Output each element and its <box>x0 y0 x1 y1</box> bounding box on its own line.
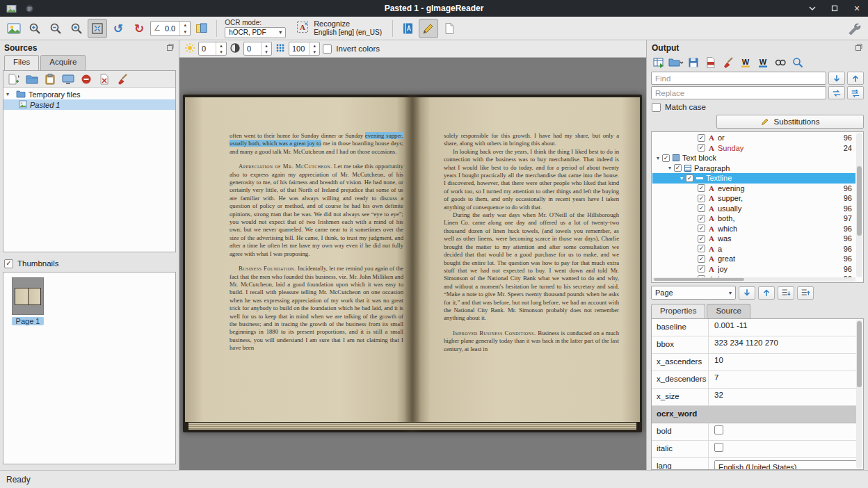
spin-down-button[interactable]: ▾ <box>216 49 226 55</box>
preview-toggle-button[interactable] <box>772 56 788 70</box>
output-tree-item[interactable]: ✓Agreat96 <box>652 254 855 264</box>
close-button[interactable]: × <box>851 3 862 14</box>
spin-up-button[interactable]: ▴ <box>310 42 319 49</box>
tree-item-checkbox[interactable]: ✓ <box>698 215 705 222</box>
ocr-mode-combo[interactable]: hOCR, PDF ▾ <box>225 27 286 38</box>
scrollbar-thumb[interactable] <box>654 278 744 281</box>
spin-up-button[interactable]: ▴ <box>216 42 226 49</box>
find-input[interactable] <box>651 72 826 85</box>
scrollbar-thumb[interactable] <box>857 166 862 236</box>
thumbnails-area[interactable]: Page 1 <box>3 272 176 464</box>
minimize-button[interactable] <box>807 3 818 14</box>
rotation-spinbox[interactable]: ∠ 0.0 ▴ ▾ <box>150 21 191 36</box>
output-tree-item[interactable]: ✓Aevening96 <box>652 184 855 194</box>
find-in-output-button[interactable] <box>789 56 805 70</box>
output-tree-item[interactable]: ✓Awhich96 <box>652 224 855 234</box>
window-menu-icon[interactable] <box>24 3 35 14</box>
spin-up-button[interactable]: ▴ <box>262 42 271 49</box>
output-tree-item[interactable]: ▾✓Textline <box>652 173 855 184</box>
scrollbar-thumb[interactable] <box>857 321 862 387</box>
detach-panel-icon[interactable] <box>855 43 863 54</box>
invert-colors-checkbox[interactable] <box>323 44 332 54</box>
output-tree-item[interactable]: ✓ASunday24 <box>652 143 855 154</box>
screenshot-button[interactable] <box>60 72 76 86</box>
tree-item-checkbox[interactable]: ✓ <box>698 204 705 212</box>
open-hocr-button[interactable] <box>668 56 684 70</box>
tree-item-checkbox[interactable]: ✓ <box>698 245 705 252</box>
spin-down-button[interactable]: ▾ <box>310 49 319 55</box>
tab-files[interactable]: Files <box>4 55 39 70</box>
page-combo[interactable]: Page ▾ <box>651 286 736 300</box>
output-tree-item[interactable]: ✓Aboth,97 <box>652 213 855 224</box>
tree-item-checkbox[interactable]: ✓ <box>698 144 705 152</box>
language-combo[interactable]: English (United States)▾ <box>714 460 856 469</box>
zoom-in-button[interactable] <box>25 19 45 38</box>
file-tree[interactable]: ▾ Temporary files Pasted 1 <box>3 88 175 252</box>
clear-output-button[interactable] <box>720 56 736 70</box>
rotate-right-button[interactable]: ↻ <box>129 19 149 38</box>
dictionary-button[interactable] <box>398 19 417 38</box>
new-page-button[interactable] <box>440 19 459 38</box>
recognize-button[interactable]: A Recognize English [eng] (en_US) <box>290 18 387 39</box>
replace-input[interactable] <box>651 86 826 99</box>
paste-image-button[interactable] <box>42 72 58 86</box>
tree-item-checkbox[interactable]: ✓ <box>698 235 705 243</box>
tree-item-checkbox[interactable]: ✓ <box>698 184 705 192</box>
substitutions-button[interactable]: Substitutions <box>716 115 864 129</box>
property-checkbox[interactable] <box>714 425 723 434</box>
thumbnail-caption[interactable]: Page 1 <box>12 317 44 325</box>
match-case-checkbox[interactable] <box>652 103 661 112</box>
output-tree-item[interactable]: ✓Aa96 <box>652 244 855 254</box>
expander-icon[interactable]: ▾ <box>6 91 13 97</box>
scanned-document-image[interactable]: often went to their home for Sunday dinn… <box>183 95 642 432</box>
output-tree-item[interactable]: ✓Ajoy96 <box>652 264 855 275</box>
tree-horizontal-scrollbar[interactable] <box>652 277 855 282</box>
remove-source-button[interactable] <box>78 72 94 86</box>
expander-icon[interactable]: ▾ <box>677 175 686 181</box>
detach-panel-icon[interactable] <box>166 43 175 54</box>
save-hocr-button[interactable] <box>685 56 701 70</box>
tree-item-checkbox[interactable]: ✓ <box>662 154 670 162</box>
output-tree[interactable]: ✓Aor96✓ASunday24▾✓Text block▾✓Paragraph▾… <box>652 133 855 277</box>
output-tree-item[interactable]: ✓Asupper,96 <box>652 193 855 204</box>
rotate-left-button[interactable]: ↺ <box>108 19 128 38</box>
contrast-spinbox[interactable]: 0 ▴▾ <box>243 42 272 56</box>
open-folder-button[interactable] <box>24 72 40 86</box>
file-tree-item-row[interactable]: Pasted 1 <box>3 99 175 110</box>
properties-scrollbar[interactable] <box>856 320 862 469</box>
previous-item-button[interactable] <box>758 286 775 300</box>
tree-item-checkbox[interactable]: ✓ <box>698 225 705 232</box>
replace-button[interactable] <box>828 86 845 99</box>
property-checkbox[interactable] <box>714 443 723 452</box>
find-previous-button[interactable] <box>847 72 864 85</box>
tab-properties[interactable]: Properties <box>651 304 705 319</box>
tree-item-checkbox[interactable]: ✓ <box>698 265 705 273</box>
edit-mode-button[interactable] <box>419 19 438 38</box>
expander-icon[interactable]: ▾ <box>666 165 674 171</box>
file-tree-folder-row[interactable]: ▾ Temporary files <box>3 89 175 99</box>
tree-item-checkbox[interactable]: ✓ <box>698 134 705 142</box>
open-image-button[interactable] <box>4 19 24 38</box>
tab-source[interactable]: Source <box>707 304 750 319</box>
replace-all-button[interactable] <box>847 86 864 99</box>
tree-vertical-scrollbar[interactable] <box>856 133 862 277</box>
thumbnails-checkbox[interactable]: ✓ <box>4 259 13 268</box>
resolution-spinbox[interactable]: 100 ▴▾ <box>289 42 320 56</box>
spin-down-button[interactable]: ▾ <box>180 29 190 35</box>
export-pdf-button[interactable] <box>702 56 718 70</box>
page-thumbnail[interactable] <box>12 277 44 315</box>
zoom-out-button[interactable] <box>46 19 65 38</box>
collapse-all-button[interactable] <box>797 286 814 300</box>
tree-item-checkbox[interactable]: ✓ <box>674 164 682 172</box>
output-tree-item[interactable]: ▾✓Text block <box>652 153 855 163</box>
highlight-confidence-button[interactable]: W <box>737 56 753 70</box>
settings-button[interactable] <box>844 19 864 38</box>
spin-down-button[interactable]: ▾ <box>262 49 271 55</box>
expander-icon[interactable]: ▾ <box>654 155 662 161</box>
tree-item-checkbox[interactable]: ✓ <box>686 174 693 182</box>
find-next-button[interactable] <box>828 72 845 85</box>
titlebar[interactable]: Pasted 1 - gImageReader × <box>0 0 868 17</box>
tab-acquire[interactable]: Acquire <box>40 55 86 70</box>
next-item-button[interactable] <box>739 286 755 300</box>
export-output-button[interactable] <box>650 56 666 70</box>
